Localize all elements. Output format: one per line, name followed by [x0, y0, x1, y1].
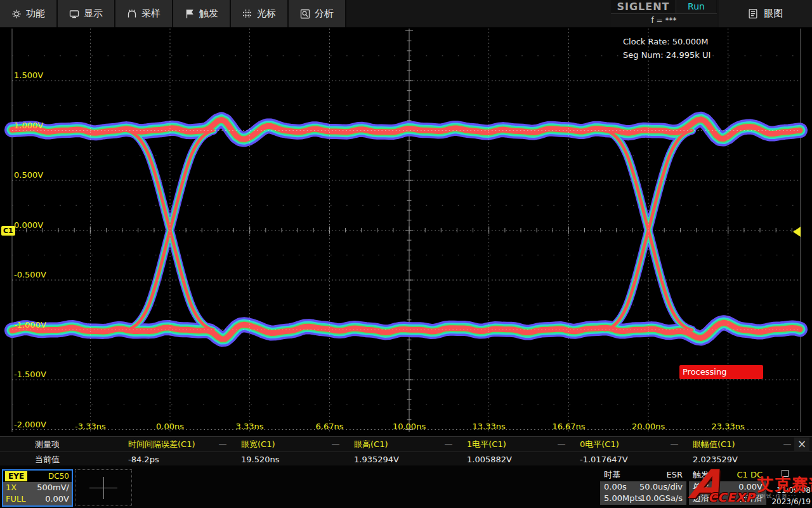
time-axis-label: 10.00ns: [386, 422, 432, 431]
measurement-column-header: 眼幅值(C1): [693, 437, 735, 451]
measurement-table: 测量项 时间间隔误差(C1)—眼宽(C1)—眼高(C1)—1电平(C1)—0电平…: [0, 436, 812, 466]
time-axis-label: -3.33ns: [67, 422, 113, 431]
cursor-grid-icon: [242, 9, 252, 19]
trigger-level: 0.00V: [738, 481, 763, 493]
gear-icon: [11, 9, 22, 19]
channel-impedance: DC50: [48, 471, 69, 481]
trigger-mode: 单次: [693, 481, 709, 493]
channel-row-mode: EYE DC50: [3, 471, 72, 482]
menu-item-sampling[interactable]: 采样: [115, 0, 173, 27]
document-list-icon: [748, 8, 758, 19]
trigger-slope: 上升沿: [738, 493, 763, 504]
trigger-level-marker[interactable]: [793, 227, 801, 237]
brand-status-box: SIGLENT Run f = ***: [611, 0, 717, 27]
datetime-box: 11:09:08 2023/6/19: [769, 469, 811, 505]
oscilloscope-screen: 功能 显示 采样 触发 光标: [0, 0, 812, 508]
bandwidth-limit: FULL: [6, 493, 25, 505]
measurement-value: 2.023529V: [693, 452, 738, 467]
time-axis-label: 3.33ns: [227, 422, 273, 431]
close-measurement-table-button[interactable]: ×: [794, 438, 809, 451]
voltage-axis-label: 1.000V: [14, 121, 43, 130]
menu-item-analysis[interactable]: 分析: [289, 0, 346, 27]
voltage-axis-label: -0.500V: [14, 270, 46, 279]
time-axis-label: 20.00ns: [625, 422, 671, 431]
time-per-div: 50.0us/div: [639, 481, 683, 493]
menu-item-trigger[interactable]: 触发: [173, 0, 231, 27]
menu-item-label: 触发: [199, 8, 218, 20]
probe-attenuation: 1X: [6, 482, 16, 493]
voltage-axis-label: -2.000V: [14, 420, 46, 429]
eye-diagram-menu-button[interactable]: 眼图: [719, 0, 812, 27]
acquisition-mode: ESR: [667, 469, 683, 481]
memory-depth: 5.00Mpts: [604, 493, 642, 504]
eye-status-overlay: Clock Rate: 50.000M Seg Num: 24.995k UI: [623, 35, 710, 62]
freq-readout-text: f = ***: [652, 16, 677, 25]
time-axis-label: 23.33ns: [705, 422, 751, 431]
trigger-flag-icon: [185, 9, 195, 19]
system-date: 2023/6/19: [771, 497, 811, 506]
menu-item-label: 采样: [141, 8, 160, 20]
measurement-header-row: 测量项 时间间隔误差(C1)—眼宽(C1)—眼高(C1)—1电平(C1)—0电平…: [0, 437, 812, 451]
top-menu-bar: 功能 显示 采样 触发 光标: [0, 0, 812, 27]
remove-measurement-button[interactable]: —: [330, 437, 341, 450]
measurement-value: -1.017647V: [580, 452, 628, 467]
trigger-source: C1 DC: [737, 469, 763, 481]
trigger-title: 触发: [693, 469, 709, 481]
voltage-axis-label: -1.500V: [14, 370, 46, 379]
channel-settings: 1X 500mV/ FULL 0.00V: [3, 482, 72, 505]
menu-item-label: 光标: [257, 8, 276, 20]
horizontal-delay: 0.00s: [604, 481, 627, 493]
time-axis-label: 13.33ns: [466, 422, 512, 431]
trigger-type: 边沿: [693, 493, 709, 504]
measurement-value-row: 当前值 -84.2ps19.520ns1.935294V1.005882V-1.…: [0, 451, 812, 467]
channel-descriptor-box[interactable]: EYE DC50 1X 500mV/ FULL 0.00V: [2, 469, 73, 507]
bottom-status-bar: EYE DC50 1X 500mV/ FULL 0.00V 时基 ESR 0.0…: [0, 465, 812, 508]
screenshot-icon[interactable]: [782, 470, 789, 477]
time-axis-label: 6.67ns: [306, 422, 352, 431]
clock-rate-readout: Clock Rate: 50.000M: [623, 35, 710, 48]
measurement-value: 1.005882V: [467, 452, 512, 467]
measurement-column-header: 1电平(C1): [467, 437, 506, 451]
remove-measurement-button[interactable]: —: [782, 437, 793, 450]
voltage-axis-label: -1.000V: [14, 320, 46, 330]
timebase-title: 时基: [604, 469, 620, 481]
processing-status-badge: Processing: [679, 365, 763, 379]
siglent-logo: SIGLENT: [611, 0, 676, 13]
channel-offset: 0.00V: [45, 493, 69, 505]
system-time: 11:09:08: [776, 486, 811, 495]
time-axis-label: 16.67ns: [546, 422, 592, 431]
measurement-items-label: 测量项: [35, 437, 60, 451]
analysis-magnifier-icon: [300, 9, 310, 19]
menu-item-display[interactable]: 显示: [58, 0, 115, 27]
menu-item-label: 显示: [84, 8, 103, 20]
waveform-display[interactable]: Clock Rate: 50.000M Seg Num: 24.995k UI …: [0, 27, 812, 436]
channel-mode-badge: EYE: [5, 471, 27, 481]
plus-icon: [103, 477, 104, 499]
voltage-axis-label: 1.500V: [14, 70, 43, 80]
measurement-value: 19.520ns: [241, 452, 280, 467]
menu-item-cursor[interactable]: 光标: [231, 0, 289, 27]
remove-measurement-button[interactable]: —: [556, 437, 567, 450]
measurement-column-header: 眼高(C1): [354, 437, 388, 451]
trigger-frequency-readout: f = ***: [611, 13, 717, 27]
measurement-column-header: 眼宽(C1): [241, 437, 275, 451]
sample-rate: 10.0GSa/s: [641, 493, 683, 504]
seg-num-readout: Seg Num: 24.995k UI: [623, 48, 710, 62]
voltage-axis-label: 0.500V: [14, 170, 43, 180]
run-status-label: Run: [688, 1, 705, 11]
remove-measurement-button[interactable]: —: [669, 437, 680, 450]
channel-c1-marker[interactable]: C1: [1, 226, 15, 236]
trigger-box[interactable]: 触发 C1 DC 单次 0.00V 边沿 上升沿: [689, 469, 766, 505]
menu-item-label: 分析: [315, 8, 334, 20]
remove-measurement-button[interactable]: —: [217, 437, 228, 450]
timebase-box[interactable]: 时基 ESR 0.00s 50.0us/div 5.00Mpts 10.0GSa…: [600, 469, 686, 505]
measurement-value: -84.2ps: [128, 452, 159, 467]
add-channel-placeholder[interactable]: [75, 469, 132, 506]
menu-item-label: 功能: [26, 8, 45, 20]
sampling-icon: [127, 9, 137, 19]
remove-measurement-button[interactable]: —: [443, 437, 454, 450]
current-value-label: 当前值: [35, 452, 60, 467]
menu-item-function[interactable]: 功能: [0, 0, 58, 27]
voltage-axis-label: 0.000V: [14, 220, 43, 230]
run-status[interactable]: Run: [676, 0, 716, 13]
